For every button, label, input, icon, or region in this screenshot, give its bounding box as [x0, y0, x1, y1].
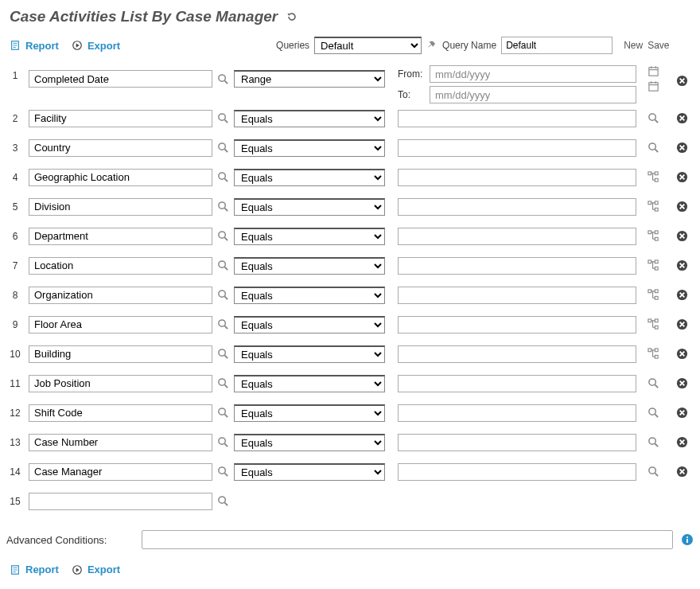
search-icon[interactable] [217, 377, 229, 389]
search-icon[interactable] [217, 407, 229, 419]
search-icon[interactable] [217, 466, 229, 478]
close-icon[interactable] [676, 142, 688, 154]
search-icon[interactable] [217, 171, 229, 183]
calendar-icon[interactable] [648, 65, 659, 77]
export-link[interactable]: Export [88, 40, 120, 52]
field-input[interactable] [29, 257, 212, 275]
search-icon[interactable] [648, 112, 659, 124]
reset-icon[interactable] [286, 10, 298, 23]
close-icon[interactable] [676, 289, 688, 301]
search-icon[interactable] [217, 289, 229, 301]
query-name-input[interactable] [501, 37, 612, 54]
to-date-input[interactable] [430, 86, 636, 103]
field-input[interactable] [29, 316, 212, 334]
search-icon[interactable] [217, 436, 229, 448]
report-icon[interactable] [10, 564, 21, 575]
operator-select[interactable]: Equals [234, 404, 385, 422]
value-input[interactable] [398, 198, 636, 216]
report-icon[interactable] [10, 40, 21, 51]
search-icon[interactable] [217, 112, 229, 124]
operator-select[interactable]: Equals [234, 287, 385, 304]
value-input[interactable] [398, 316, 636, 334]
new-link[interactable]: New [624, 40, 643, 51]
value-input[interactable] [398, 434, 636, 451]
operator-select[interactable]: Equals [234, 257, 385, 275]
search-icon[interactable] [648, 407, 659, 419]
report-link[interactable]: Report [25, 40, 59, 52]
export-link-footer[interactable]: Export [88, 564, 120, 575]
search-icon[interactable] [217, 495, 229, 507]
close-icon[interactable] [676, 112, 688, 124]
value-input[interactable] [398, 375, 636, 392]
search-icon[interactable] [217, 142, 229, 154]
close-icon[interactable] [676, 466, 688, 478]
from-date-input[interactable] [430, 65, 636, 83]
value-input[interactable] [398, 287, 636, 304]
operator-select[interactable]: Equals [234, 434, 385, 451]
export-play-icon[interactable] [72, 564, 83, 575]
tree-picker-icon[interactable] [648, 289, 659, 301]
info-icon[interactable] [681, 533, 694, 546]
export-play-icon[interactable] [72, 40, 83, 51]
operator-select[interactable]: Equals [234, 345, 385, 363]
tree-picker-icon[interactable] [648, 230, 659, 242]
value-input[interactable] [398, 139, 636, 157]
field-input[interactable] [29, 434, 212, 451]
operator-select[interactable]: Range [234, 70, 385, 88]
operator-select[interactable]: Equals [234, 228, 385, 245]
save-link[interactable]: Save [648, 40, 669, 51]
operator-select[interactable]: Equals [234, 139, 385, 157]
operator-select[interactable]: Equals [234, 316, 385, 334]
close-icon[interactable] [676, 201, 688, 213]
value-input[interactable] [398, 228, 636, 245]
field-input[interactable] [29, 110, 212, 127]
value-input[interactable] [398, 257, 636, 275]
field-input[interactable] [29, 198, 212, 216]
field-input[interactable] [29, 493, 212, 510]
operator-select[interactable]: Equals [234, 110, 385, 127]
close-icon[interactable] [676, 377, 688, 389]
tree-picker-icon[interactable] [648, 171, 659, 183]
close-icon[interactable] [676, 171, 688, 183]
search-icon[interactable] [648, 466, 659, 478]
value-input[interactable] [398, 345, 636, 363]
close-icon[interactable] [676, 318, 688, 330]
close-icon[interactable] [676, 75, 688, 87]
field-input[interactable] [29, 404, 212, 422]
close-icon[interactable] [676, 407, 688, 419]
value-input[interactable] [398, 110, 636, 127]
close-icon[interactable] [676, 348, 688, 360]
tree-picker-icon[interactable] [648, 259, 659, 271]
value-input[interactable] [398, 169, 636, 186]
search-icon[interactable] [217, 318, 229, 330]
search-icon[interactable] [217, 201, 229, 213]
search-icon[interactable] [648, 377, 659, 389]
search-icon[interactable] [648, 142, 659, 154]
field-input[interactable] [29, 70, 212, 88]
operator-select[interactable]: Equals [234, 463, 385, 481]
calendar-icon[interactable] [648, 80, 659, 92]
close-icon[interactable] [676, 436, 688, 448]
field-input[interactable] [29, 169, 212, 186]
search-icon[interactable] [217, 73, 229, 85]
queries-select[interactable]: Default [314, 37, 422, 54]
operator-select[interactable]: Equals [234, 198, 385, 216]
tree-picker-icon[interactable] [648, 318, 659, 330]
search-icon[interactable] [217, 348, 229, 360]
search-icon[interactable] [217, 230, 229, 242]
operator-select[interactable]: Equals [234, 169, 385, 186]
field-input[interactable] [29, 463, 212, 481]
report-link-footer[interactable]: Report [25, 564, 59, 575]
field-input[interactable] [29, 287, 212, 304]
field-input[interactable] [29, 345, 212, 363]
tree-picker-icon[interactable] [648, 348, 659, 360]
field-input[interactable] [29, 139, 212, 157]
advanced-conditions-input[interactable] [142, 530, 673, 549]
pin-icon[interactable] [426, 40, 438, 51]
field-input[interactable] [29, 228, 212, 245]
close-icon[interactable] [676, 259, 688, 271]
tree-picker-icon[interactable] [648, 201, 659, 213]
close-icon[interactable] [676, 230, 688, 242]
value-input[interactable] [398, 404, 636, 422]
search-icon[interactable] [217, 259, 229, 271]
